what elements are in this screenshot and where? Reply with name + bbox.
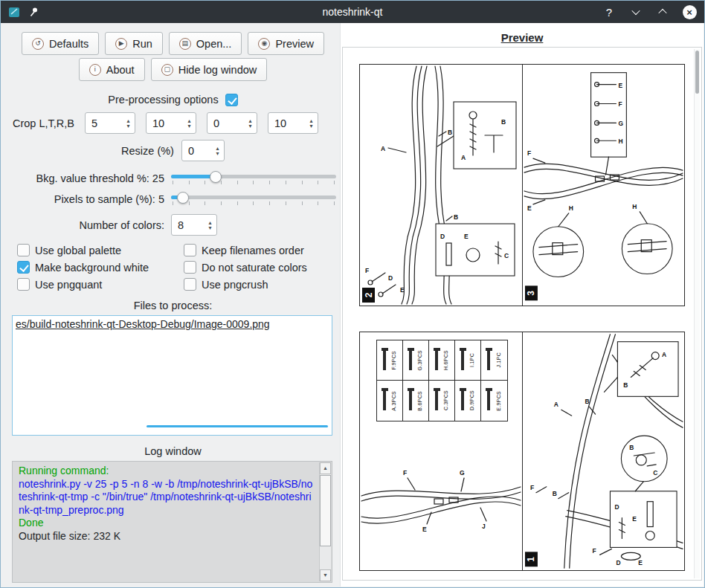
crop-left-value: 5 <box>86 113 122 133</box>
log-scrollbar[interactable]: ▲ ▼ <box>319 462 331 581</box>
part-label: H <box>632 203 637 210</box>
keep-filenames-order-checkbox[interactable] <box>184 244 196 256</box>
file-list-item[interactable]: es/build-noteshrink-qt-Desktop-Debug/Ima… <box>13 316 332 332</box>
slider-ticks <box>173 201 335 205</box>
help-button[interactable]: ? <box>602 4 617 19</box>
spin-down-icon[interactable]: ▾ <box>187 123 190 129</box>
file-list[interactable]: es/build-noteshrink-qt-Desktop-Debug/Ima… <box>12 315 332 436</box>
sample-slider[interactable] <box>171 191 336 207</box>
option-make-background-white[interactable]: Make background white <box>17 261 184 274</box>
spin-arrows: ▴▾ <box>305 113 318 133</box>
preview-page-parts: F.9PCS G.3PCS H.6PCS I.1PC J.1PC A.3PCS … <box>360 332 522 570</box>
do-not-saturate-colors-checkbox[interactable] <box>184 261 196 274</box>
toolbar-row-2: i About ▢ Hide log window <box>7 58 339 81</box>
use-pngquant-checkbox[interactable] <box>17 278 30 291</box>
defaults-button[interactable]: ↺ Defaults <box>22 32 99 55</box>
file-list-hscroll-thumb[interactable] <box>147 425 328 427</box>
files-to-process-label: Files to process: <box>7 300 339 312</box>
crop-bottom-spinbox[interactable]: 10 ▴▾ <box>268 112 318 134</box>
log-scrollbar-thumb[interactable] <box>320 475 331 546</box>
run-button[interactable]: ▶ Run <box>105 32 163 55</box>
about-button[interactable]: i About <box>79 58 145 81</box>
scroll-up-icon[interactable]: ▲ <box>320 462 331 474</box>
slider-fill <box>171 175 216 178</box>
spin-down-icon[interactable]: ▾ <box>216 151 219 156</box>
log-line: noteshrink.py -v 25 -p 5 -n 8 -w -b /tmp… <box>19 478 315 517</box>
crop-top-spinbox[interactable]: 10 ▴▾ <box>146 112 196 134</box>
crop-left-spinbox[interactable]: 5 ▴▾ <box>85 112 135 134</box>
parts-cell: J.1PC <box>481 340 507 381</box>
log-window[interactable]: Running command: noteshrink.py -v 25 -p … <box>12 461 332 583</box>
crop-bottom-value: 10 <box>268 113 305 133</box>
screw-icon <box>461 391 464 410</box>
part-label: B <box>501 118 506 126</box>
preview-image-bottom: F.9PCS G.3PCS H.6PCS I.1PC J.1PC A.3PCS … <box>359 332 685 571</box>
number-of-colors-value: 8 <box>172 215 204 235</box>
callout-box <box>610 491 677 548</box>
titlebar-buttons: ? × <box>602 4 697 19</box>
resize-label: Resize (%) <box>121 145 174 157</box>
bkg-threshold-slider[interactable] <box>171 170 336 187</box>
preview-button[interactable]: ◉ Preview <box>248 32 324 55</box>
options-grid: Use global palette Keep filenames order … <box>7 244 339 291</box>
open-button[interactable]: ▤ Open... <box>169 32 242 55</box>
number-of-colors-spinbox[interactable]: 8 ▴▾ <box>171 214 217 236</box>
screw-icon <box>435 351 438 370</box>
make-background-white-checkbox[interactable] <box>17 261 30 274</box>
screw-icon <box>409 391 412 410</box>
part-label: E <box>632 515 637 523</box>
log-line: Done <box>19 517 315 530</box>
parts-cell: H.6PCS <box>429 340 455 381</box>
scroll-down-icon[interactable]: ▼ <box>320 569 331 581</box>
open-label: Open... <box>196 38 232 50</box>
preview-scrollbar[interactable] <box>694 49 700 578</box>
screw-icon <box>487 351 490 370</box>
sample-label: Pixels to sample (%): 5 <box>7 193 164 205</box>
use-global-palette-checkbox[interactable] <box>17 244 30 256</box>
screw-icon <box>487 391 490 410</box>
maximize-button[interactable] <box>655 4 670 19</box>
option-do-not-saturate-colors[interactable]: Do not saturate colors <box>184 261 339 274</box>
part-label: B <box>448 129 452 136</box>
screw-icon <box>435 391 438 410</box>
page-number: 1 <box>526 557 536 562</box>
pin-icon[interactable] <box>28 7 39 17</box>
parts-cell: A.3PCS <box>377 381 403 421</box>
resize-spinbox[interactable]: 0 ▴▾ <box>181 140 225 161</box>
spin-down-icon[interactable]: ▾ <box>208 225 211 230</box>
part-label: D <box>440 233 445 240</box>
screw-icon <box>461 351 464 370</box>
option-label: Keep filenames order <box>202 245 304 256</box>
part-label: B <box>585 398 590 405</box>
spin-down-icon[interactable]: ▾ <box>248 123 251 129</box>
part-label: D <box>614 503 619 511</box>
slider-track[interactable] <box>171 196 336 199</box>
option-label: Use global palette <box>35 245 121 256</box>
parts-cell: E.9PCS <box>481 381 507 421</box>
preprocessing-label: Pre-processing options <box>108 94 218 106</box>
part-label: F <box>618 100 622 108</box>
part-label: A <box>662 351 666 358</box>
option-use-global-palette[interactable]: Use global palette <box>17 244 184 256</box>
option-use-pngquant[interactable]: Use pngquant <box>17 278 184 291</box>
spin-down-icon[interactable]: ▾ <box>309 123 312 129</box>
use-pngcrush-checkbox[interactable] <box>184 278 196 291</box>
titlebar: noteshrink-qt ? × <box>1 1 704 23</box>
app-window: noteshrink-qt ? × ↺ Defaults ▶ Run ▤ Ope… <box>0 0 705 588</box>
preview-scroll-area[interactable]: A B A B B D <box>342 47 702 581</box>
minimize-button[interactable] <box>628 4 643 19</box>
close-button[interactable]: × <box>682 4 697 19</box>
preprocessing-checkbox[interactable] <box>225 94 238 106</box>
part-label: F <box>403 469 407 476</box>
log-text: Running command: noteshrink.py -v 25 -p … <box>19 465 315 579</box>
spin-down-icon[interactable]: ▾ <box>126 123 129 129</box>
option-keep-filenames-order[interactable]: Keep filenames order <box>184 244 339 256</box>
crop-right-spinbox[interactable]: 0 ▴▾ <box>207 112 257 134</box>
part-label: B <box>629 444 634 451</box>
option-use-pngcrush[interactable]: Use pngcrush <box>184 278 339 291</box>
part-label: G <box>460 469 465 476</box>
preview-scrollbar-thumb[interactable] <box>695 51 699 94</box>
part-label: J <box>482 523 486 530</box>
hide-log-button[interactable]: ▢ Hide log window <box>151 58 268 81</box>
number-of-colors-label: Number of colors: <box>7 219 164 231</box>
